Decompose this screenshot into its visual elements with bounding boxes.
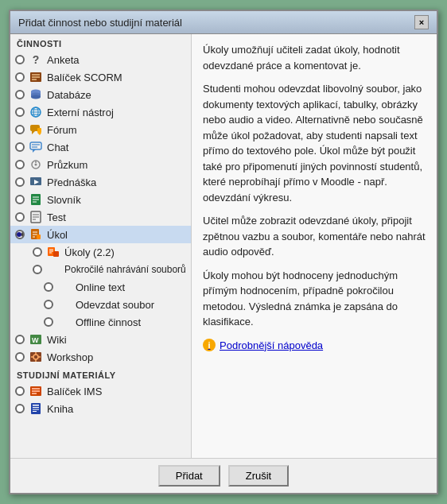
svg-rect-3 <box>32 79 37 80</box>
list-item-kniha[interactable]: Kniha <box>10 400 191 417</box>
list-scroll[interactable]: ČINNOSTI ? Anketa <box>10 34 191 458</box>
scorm-icon <box>29 70 43 84</box>
radio-pruzkum[interactable] <box>15 160 25 169</box>
test-icon <box>29 210 43 224</box>
item-label-chat: Chat <box>47 142 68 153</box>
item-label-kniha: Kniha <box>47 403 73 415</box>
svg-point-23 <box>35 164 37 166</box>
radio-forum[interactable] <box>15 125 25 134</box>
svg-rect-54 <box>32 388 40 390</box>
book-icon <box>29 401 43 416</box>
radio-online-text[interactable] <box>44 282 53 292</box>
help-link[interactable]: i Podrobnější nápověda <box>203 338 426 354</box>
list-item-ukol[interactable]: Úkol <box>10 226 191 243</box>
forum-icon <box>29 122 43 137</box>
radio-test[interactable] <box>15 212 25 222</box>
item-label-odevzdat: Odevzdat soubor <box>76 299 154 311</box>
radio-pokrocile[interactable] <box>33 265 42 274</box>
content-area: ČINNOSTI ? Anketa <box>10 34 437 458</box>
list-item[interactable]: Slovník <box>10 191 191 208</box>
close-button[interactable]: × <box>414 15 429 29</box>
item-label-wiki: Wiki <box>47 334 67 346</box>
list-item-pokrocile[interactable]: Pokročilé nahrávání souborů <box>10 261 191 278</box>
list-item[interactable]: ? Anketa <box>10 51 191 68</box>
radio-offline[interactable] <box>44 317 53 327</box>
svg-rect-58 <box>33 405 39 406</box>
list-item[interactable]: Databáze <box>10 86 191 103</box>
description-p4: Úkoly mohou být hodnoceny jednoduchým př… <box>203 268 426 330</box>
description-p3: Učitel může zobrazit odevzdané úkoly, př… <box>203 213 426 260</box>
list-item-ims[interactable]: Balíček IMS <box>10 382 191 400</box>
activities-header: ČINNOSTI <box>10 34 191 51</box>
radio-databaze[interactable] <box>15 90 25 99</box>
radio-ukol[interactable] <box>15 230 25 239</box>
svg-marker-15 <box>32 131 35 134</box>
item-label-scorm: Balíček SCORM <box>47 72 122 83</box>
survey-icon <box>29 157 43 172</box>
radio-prednaska[interactable] <box>15 177 25 187</box>
upload-icon <box>46 262 60 277</box>
dialog: Přidat činnost nebo studijní materiál × … <box>9 10 438 494</box>
svg-rect-55 <box>32 390 40 392</box>
lecture-icon <box>29 175 43 189</box>
svg-rect-2 <box>32 76 40 78</box>
radio-chat[interactable] <box>15 142 25 152</box>
list-item[interactable]: Chat <box>10 138 191 156</box>
svg-rect-39 <box>37 235 41 239</box>
list-item-wiki[interactable]: W Wiki <box>10 331 191 348</box>
task2-icon <box>46 245 60 259</box>
list-item[interactable]: Přednáška <box>10 173 191 191</box>
task-icon <box>29 227 43 242</box>
globe-icon <box>29 105 43 119</box>
offline-icon <box>57 315 72 329</box>
radio-anketa[interactable] <box>15 55 25 64</box>
add-button[interactable]: Přidat <box>158 465 220 487</box>
svg-point-8 <box>31 95 41 99</box>
radio-slovnik[interactable] <box>15 195 25 204</box>
radio-wiki[interactable] <box>15 335 25 344</box>
list-item-odevzdat[interactable]: Odevzdat soubor <box>10 296 191 313</box>
list-item[interactable]: Externí nástroj <box>10 103 191 121</box>
list-item[interactable]: Fórum <box>10 121 191 138</box>
online-text-icon <box>57 280 72 294</box>
help-link-text: Podrobnější nápověda <box>220 338 323 354</box>
item-label-workshop: Workshop <box>47 351 93 363</box>
item-label-test: Test <box>47 211 66 223</box>
help-icon: i <box>203 339 216 351</box>
radio-scorm[interactable] <box>15 72 25 82</box>
list-item[interactable]: Průzkum <box>10 156 191 173</box>
item-label-pruzkum: Průzkum <box>47 159 87 171</box>
item-label-pokrocile: Pokročilé nahrávání souborů <box>64 264 186 275</box>
radio-odevzdat[interactable] <box>44 300 53 309</box>
item-label-prednaska: Přednáška <box>47 176 96 188</box>
radio-ukoly22[interactable] <box>33 247 42 257</box>
svg-marker-17 <box>37 133 41 135</box>
radio-ims[interactable] <box>15 386 25 396</box>
wiki-icon: W <box>29 332 43 347</box>
list-item[interactable]: Test <box>10 208 191 226</box>
list-item-offline[interactable]: Offline činnost <box>10 313 191 331</box>
list-item[interactable]: Balíček SCORM <box>10 68 191 86</box>
item-label-anketa: Anketa <box>47 54 79 66</box>
radio-kniha[interactable] <box>15 404 25 413</box>
radio-externi[interactable] <box>15 107 25 117</box>
chat-icon <box>29 140 43 154</box>
list-item-ukoly22[interactable]: Úkoly (2.2) <box>10 243 191 261</box>
item-label-databaze: Databáze <box>47 89 91 101</box>
item-label-ims: Balíček IMS <box>47 386 102 397</box>
svg-rect-1 <box>32 74 40 76</box>
ims-icon <box>29 384 43 398</box>
left-panel: ČINNOSTI ? Anketa <box>10 34 192 458</box>
odevzdat-icon <box>57 297 72 312</box>
description-p2: Studenti mohou odevzdat libovolný soubor… <box>203 81 426 205</box>
title-bar: Přidat činnost nebo studijní materiál × <box>10 11 437 34</box>
list-item-online-text[interactable]: Online text <box>10 278 191 296</box>
cancel-button[interactable]: Zrušit <box>228 465 290 487</box>
right-panel: Úkoly umožňují učiteli zadat úkoly, hodn… <box>192 34 437 458</box>
item-label-slovnik: Slovník <box>47 194 81 206</box>
list-item-workshop[interactable]: Workshop <box>10 348 191 366</box>
footer: Přidat Zrušit <box>10 458 437 493</box>
svg-text:W: W <box>32 336 39 344</box>
workshop-icon <box>29 350 43 364</box>
radio-workshop[interactable] <box>15 352 25 362</box>
